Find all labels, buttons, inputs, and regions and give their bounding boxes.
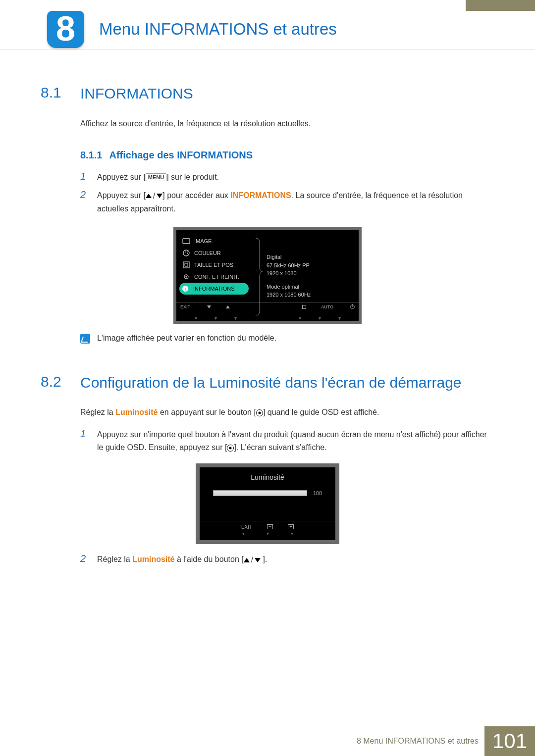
image-icon <box>182 237 190 245</box>
section-intro: Réglez la Luminosité en appuyant sur le … <box>80 406 494 418</box>
osd-button-bar: EXIT AUTO <box>176 302 359 315</box>
osd-menu-item: CONF. ET REINIT. <box>180 271 260 283</box>
section-title: Configuration de la Luminosité dans l'éc… <box>80 373 462 392</box>
brightness-title: Luminosité <box>200 467 335 490</box>
svg-point-2 <box>185 252 186 252</box>
step-number: 1 <box>80 428 97 440</box>
step-number: 2 <box>80 553 97 564</box>
brightness-button-bar: EXIT − + <box>200 521 335 531</box>
svg-rect-5 <box>183 262 189 268</box>
brightness-popup: Luminosité 100 EXIT − + ▾▾▾ <box>196 463 339 544</box>
subsection-title: Affichage des INFORMATIONS <box>109 150 253 161</box>
chapter-number-badge: 8 <box>47 11 84 48</box>
svg-point-4 <box>187 253 188 254</box>
osd-menu-item-selected: i INFORMATIONS <box>179 283 249 295</box>
osd-menu-item: IMAGE <box>180 235 260 247</box>
osd-tick-marks: ▾▾▾▾▾▾ <box>176 315 359 321</box>
osd-menu-item: TAILLE ET POS. <box>180 259 260 271</box>
up-down-icon: / <box>244 554 261 566</box>
step-text: Réglez la Luminosité à l'aide du bouton … <box>97 553 267 566</box>
svg-rect-0 <box>183 239 190 244</box>
osd-screenshot: IMAGE COULEUR TAILLE ET POS. CONF. ET RE… <box>173 227 362 324</box>
note-text: L'image affichée peut varier en fonction… <box>97 334 276 343</box>
footer-page-number: 101 <box>484 726 535 756</box>
minus-icon: − <box>267 524 273 529</box>
svg-point-1 <box>183 250 189 256</box>
enter-icon <box>302 305 306 309</box>
svg-point-7 <box>186 276 187 278</box>
up-down-icon: / <box>146 190 162 202</box>
power-icon <box>350 304 355 309</box>
subsection-number: 8.1.1 <box>80 150 102 161</box>
brightness-value: 100 <box>310 490 322 496</box>
divider <box>0 50 535 50</box>
menu-button-label: MENU <box>146 173 166 181</box>
info-icon: i <box>181 285 189 293</box>
header-accent-bar <box>466 0 535 11</box>
up-icon <box>226 305 230 308</box>
note-icon <box>80 334 90 344</box>
step-number: 1 <box>80 171 97 182</box>
osd-bracket <box>255 237 263 299</box>
step-number: 2 <box>80 189 97 201</box>
down-icon <box>207 305 211 308</box>
step-text: Appuyez sur [/] pour accéder aux INFORMA… <box>97 189 494 215</box>
osd-info-panel: Digital 67.5kHz 60Hz PP 1920 x 1080 Mode… <box>260 235 355 299</box>
resize-icon <box>182 261 190 269</box>
footer-chapter-label: 8 Menu INFORMATIONS et autres <box>351 729 484 754</box>
brightness-bar <box>213 490 307 496</box>
svg-point-3 <box>187 252 188 252</box>
svg-text:i: i <box>185 286 186 292</box>
plus-icon: + <box>288 524 294 529</box>
section-number: 8.1 <box>41 84 80 101</box>
step-text: Appuyez sur n'importe quel bouton à l'av… <box>97 428 494 454</box>
circle-button-icon <box>227 445 234 452</box>
gear-icon <box>182 273 190 281</box>
section-intro: Affichez la source d'entrée, la fréquenc… <box>80 118 494 130</box>
osd-menu-item: COULEUR <box>180 247 260 259</box>
palette-icon <box>182 249 190 257</box>
circle-button-icon <box>256 409 263 416</box>
section-number: 8.2 <box>41 373 80 390</box>
chapter-title: Menu INFORMATIONS et autres <box>99 20 337 39</box>
section-title: INFORMATIONS <box>80 84 193 103</box>
step-text: Appuyez sur [MENU] sur le produit. <box>97 171 219 184</box>
